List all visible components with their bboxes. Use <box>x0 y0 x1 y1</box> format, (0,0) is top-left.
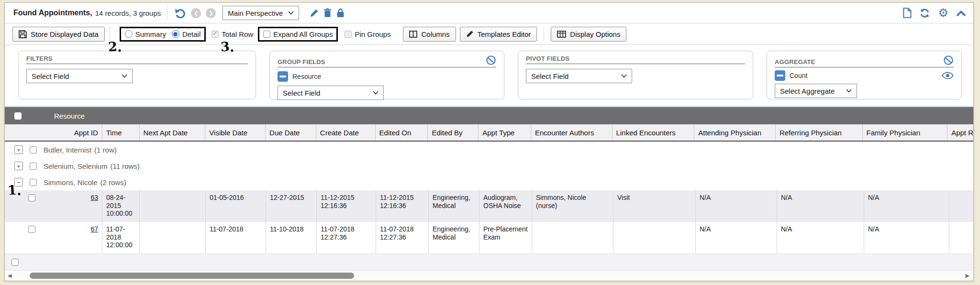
group-field-item-resource: Resource <box>278 71 496 82</box>
gear-icon[interactable]: ⚙ <box>938 8 948 18</box>
cell-edited-on: 11-07-2018 12:27:36 <box>376 222 429 253</box>
row-checkbox[interactable] <box>28 194 35 201</box>
cell-due-date: 11-10-2018 <box>266 222 317 253</box>
lock-icon[interactable] <box>336 8 345 18</box>
row-checkbox-cell <box>22 190 41 222</box>
grid-footer-row <box>5 253 973 270</box>
column-header-create-date[interactable]: Create Date <box>316 124 376 141</box>
column-header-edited-on[interactable]: Edited On <box>376 124 428 141</box>
column-header-visible-date[interactable]: Visible Date <box>205 124 266 141</box>
cell-edited-on: 11-12-2015 12:16:36 <box>376 190 429 222</box>
display-options-button[interactable]: Display Options <box>551 27 626 42</box>
total-row-checkbox[interactable]: ✓ Total Row <box>212 30 253 38</box>
annotation-number-1: 1 <box>7 183 17 198</box>
column-header-edited-by[interactable]: Edited By <box>428 124 479 141</box>
cell-next-apt-date <box>140 222 206 253</box>
cell-create-date: 11-12-2015 12:16:36 <box>317 190 376 222</box>
cell-attending-physician: N/A <box>696 222 777 253</box>
column-header-appt-re[interactable]: Appt Re <box>947 124 973 141</box>
chevron-right-icon[interactable]: ❯ <box>206 8 216 18</box>
checkbox-icon <box>263 31 270 38</box>
group-checkbox[interactable] <box>30 163 37 170</box>
column-header-family-physician[interactable]: Family Physician <box>863 124 948 141</box>
cell-family-physician: N/A <box>864 190 949 222</box>
group-checkbox[interactable] <box>30 146 37 153</box>
column-header-referring-physician[interactable]: Referring Physician <box>776 124 863 141</box>
table-grid-icon <box>557 31 566 38</box>
undo-icon[interactable] <box>175 8 186 18</box>
appt-id-link[interactable]: 63 <box>90 194 98 201</box>
cell-referring-physician: N/A <box>777 222 864 253</box>
remove-aggregate-icon[interactable] <box>775 70 785 81</box>
toolbar: Store Displayed Data Summary Detail ✓ To… <box>5 23 973 45</box>
columns-button[interactable]: Columns <box>403 27 456 42</box>
aggregate-select[interactable]: Select Aggregate <box>775 84 857 98</box>
chevron-down-icon <box>846 89 852 93</box>
scroll-right-arrow-icon[interactable]: ▶ <box>966 273 969 279</box>
store-displayed-data-button[interactable]: Store Displayed Data <box>12 27 105 42</box>
edit-perspective-icon[interactable] <box>310 9 319 18</box>
cell-visible-date: 11-07-2018 <box>206 222 266 253</box>
collapse-panel-icon[interactable] <box>957 10 966 16</box>
filters-panel: FILTERS Select Field <box>18 51 256 99</box>
remove-field-icon[interactable] <box>278 71 288 82</box>
column-header-encounter-authors[interactable]: Encounter Authors <box>531 124 612 141</box>
column-header-attending-physician[interactable]: Attending Physician <box>694 124 776 141</box>
column-header-appt-id[interactable]: Appt ID <box>41 124 102 141</box>
column-header-next-apt-date[interactable]: Next Apt Date <box>140 124 206 141</box>
footer-checkbox[interactable] <box>11 259 19 266</box>
group-label: Butler, Internist <box>44 146 91 154</box>
scrollbar-thumb[interactable] <box>30 273 354 279</box>
cell-edited-by: Engineering, Medical <box>429 190 479 222</box>
cell-create-date: 11-07-2018 12:27:36 <box>317 222 376 253</box>
row-expander-spacer <box>5 222 22 253</box>
cell-appt-type: Pre-Placement Exam <box>479 222 532 253</box>
pin-groups-checkbox[interactable]: Pin Groups <box>345 30 390 38</box>
aggregate-panel: AGGREGATE Count Select Aggregate <box>767 51 962 99</box>
column-header-due-date[interactable]: Due Date <box>266 124 316 141</box>
chevron-left-icon[interactable]: ❮ <box>191 8 201 18</box>
clear-group-fields-icon[interactable] <box>486 55 496 66</box>
filters-select-field[interactable]: Select Field <box>26 69 133 83</box>
column-header-linked-encounters[interactable]: Linked Encounters <box>612 124 695 141</box>
eye-icon[interactable] <box>942 72 954 79</box>
group-row-count: (2 rows) <box>100 178 126 186</box>
clear-aggregate-icon[interactable] <box>943 55 954 66</box>
cell-time: 11-07-2018 12:00:00 <box>102 222 140 253</box>
expand-group-icon[interactable]: + <box>14 162 23 170</box>
data-row: 6711-07-2018 12:00:0011-07-201811-10-201… <box>5 222 973 253</box>
perspective-select[interactable]: Main Perspective <box>223 6 299 20</box>
found-appointments-panel: Found Appointments, 14 records, 3 groups… <box>4 2 974 281</box>
horizontal-scrollbar[interactable]: ◀ ▶ <box>5 270 973 281</box>
appt-id-link[interactable]: 67 <box>90 225 98 233</box>
column-header-appt-type[interactable]: Appt Type <box>479 124 531 141</box>
group-fields-title: GROUP FIELDS <box>278 58 325 66</box>
expand-all-groups-checkbox[interactable]: Expand All Groups <box>263 30 333 38</box>
pivot-fields-select-field[interactable]: Select Field <box>526 69 632 83</box>
cell-appt-type: Audiogram, OSHA Noise <box>479 190 532 222</box>
column-header-time[interactable]: Time <box>102 124 140 141</box>
columns-icon <box>409 31 417 38</box>
row-checkbox[interactable] <box>28 226 35 233</box>
group-fields-panel: GROUP FIELDS Resource Select Field <box>269 51 504 99</box>
expand-group-icon[interactable]: + <box>14 145 23 154</box>
select-all-checkbox[interactable] <box>14 112 22 120</box>
scroll-left-arrow-icon[interactable]: ◀ <box>8 273 11 279</box>
new-document-icon[interactable] <box>903 8 912 18</box>
templates-editor-button[interactable]: Templates Editor <box>460 27 537 42</box>
group-band: Resource <box>5 107 973 124</box>
column-header-row: Appt IDTimeNext Apt DateVisible DateDue … <box>5 124 973 142</box>
summary-radio[interactable]: Summary <box>125 30 166 38</box>
detail-radio[interactable]: Detail <box>172 30 200 38</box>
divider <box>544 27 544 41</box>
group-checkbox[interactable] <box>30 179 37 186</box>
group-row: +Butler, Internist(1 row) <box>5 142 973 158</box>
delete-perspective-icon[interactable] <box>323 8 332 18</box>
group-row: −Simmons, Nicole(2 rows) <box>5 174 973 190</box>
group-fields-select-field[interactable]: Select Field <box>278 86 384 100</box>
config-section: FILTERS Select Field GROUP FIELDS Resour… <box>5 45 973 107</box>
annotation-box-summary-detail: Summary Detail <box>120 27 206 42</box>
cell-encounter-authors: Simmons, Nicole (nurse) <box>532 190 613 222</box>
refresh-icon[interactable] <box>920 8 930 18</box>
cell-linked-encounters <box>613 222 696 253</box>
